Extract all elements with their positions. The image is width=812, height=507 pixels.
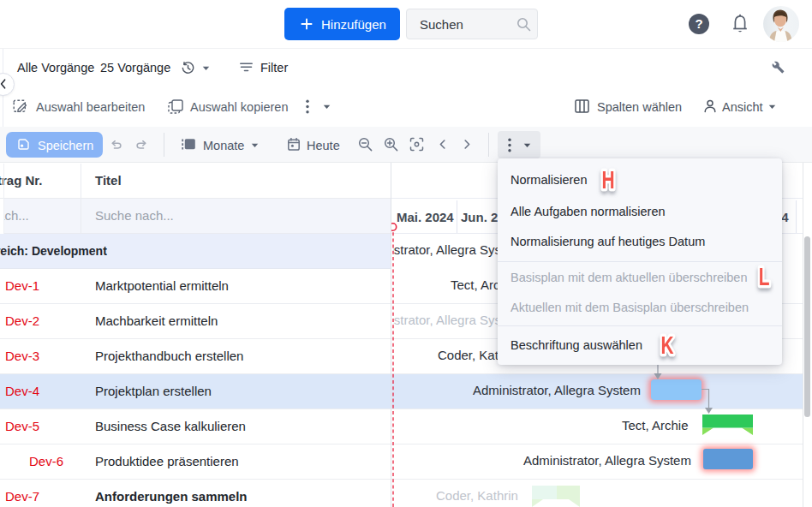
svg-text:H: H	[601, 166, 614, 194]
svg-text:K: K	[660, 331, 673, 359]
svg-text:?: ?	[695, 16, 702, 31]
svg-text:L: L	[759, 263, 770, 290]
